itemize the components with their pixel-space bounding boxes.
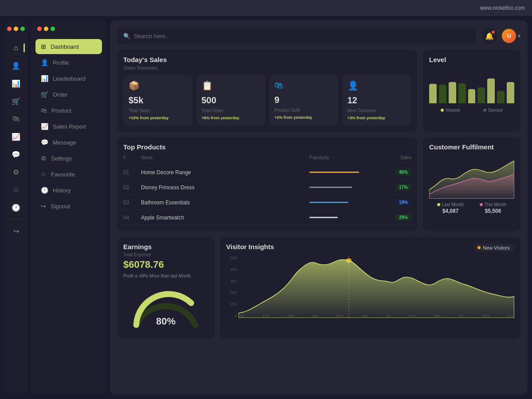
product-pop-1 (309, 172, 380, 173)
pop-bar-1 (309, 172, 359, 173)
nav-item-message[interactable]: 💬 Message (35, 135, 102, 150)
nav-item-history[interactable]: 🕐 History (35, 183, 102, 198)
profile-icon: 👤 (41, 59, 48, 66)
table-row: 03 Bathroom Essentials 19% (123, 195, 411, 210)
product-sales-1: 46% (380, 169, 411, 176)
dashboard-row-2: Top Products # Name Popularity Sales 01 … (117, 137, 520, 231)
visitor-header: Visitor Insights New Visitors (226, 243, 514, 252)
sidebar-icon-bag[interactable]: 🛍 (8, 111, 24, 127)
notification-button[interactable]: 🔔 (481, 28, 497, 44)
product-sales-3: 19% (380, 199, 411, 206)
favourite-icon: ☆ (41, 171, 47, 178)
header: 🔍 🔔 U ▾ (117, 27, 520, 44)
content-area: 🔍 🔔 U ▾ Today's Sales Sales Summary (110, 20, 528, 395)
chevron-down-icon[interactable]: ▾ (518, 33, 520, 39)
table-row: 01 Home Decore Range 46% (123, 165, 411, 180)
sidebar-icon-cart[interactable]: 🛒 (8, 93, 24, 109)
sidebar-icon-history[interactable]: 🕐 (8, 200, 24, 215)
traffic-lights-icon (7, 27, 25, 31)
dashboard-icon: ⊞ (41, 43, 46, 50)
x-label-dec: Dec (507, 313, 514, 318)
pop-bar-2 (309, 187, 352, 188)
top-bar: www.nickelfox.com (0, 0, 532, 16)
level-title: Level (429, 56, 514, 63)
x-label-jan: Jan (239, 313, 245, 318)
earnings-expense-label: Total Expense (123, 252, 208, 257)
x-label-oct: Oct (458, 313, 465, 318)
nav-tl-yellow (44, 27, 48, 31)
products-table: # Name Popularity Sales 01 Home Decore R… (123, 153, 411, 225)
sidebar-icon-settings[interactable]: ⚙ (8, 164, 24, 180)
nav-item-order[interactable]: 🛒 Order (35, 87, 102, 102)
sidebar-icon-trending[interactable]: 📈 (8, 129, 24, 145)
nav-item-leaderboard[interactable]: 📊 Leaderboard (35, 71, 102, 86)
x-label-mar: Mar (287, 313, 294, 318)
settings-icon: ⚙ (41, 155, 47, 162)
level-bar-3 (458, 83, 466, 103)
traffic-light-yellow (14, 27, 18, 31)
col-header-popularity: Popularity (309, 155, 380, 160)
sidebar-icon-home[interactable]: ⌂ (8, 40, 24, 56)
level-card: Level Volume Service (423, 50, 520, 132)
this-month-dot (480, 203, 483, 206)
search-input[interactable] (134, 33, 470, 39)
level-bar-2 (449, 82, 456, 103)
this-month-label: This Month (485, 202, 506, 207)
nav-sidebar: ⊞ Dashboard 👤 Profile 📊 Leaderboard 🛒 Or… (31, 20, 106, 395)
fulfillment-title: Customer Fulfilment (429, 143, 514, 151)
this-month-amount: $5,506 (485, 208, 501, 214)
earnings-title: Earnings (123, 243, 208, 250)
level-bar-7 (497, 91, 505, 103)
nav-item-dashboard[interactable]: ⊞ Dashboard (35, 39, 102, 54)
nav-item-sales-report[interactable]: 📈 Sales Report (35, 119, 102, 134)
nav-item-product[interactable]: 🛍 Product (35, 103, 102, 118)
product-sold-icon: 🛍 (274, 80, 333, 90)
sidebar-icon-signout[interactable]: ↪ (8, 223, 24, 239)
search-bar: 🔍 (117, 27, 476, 44)
traffic-light-red (7, 27, 12, 31)
total-sales-change: +10% from yesterday (129, 116, 188, 120)
product-sold-change: +2% from yesterday (274, 115, 333, 120)
x-label-may: May (336, 313, 344, 318)
gauge-text: 80% (156, 316, 176, 327)
product-name-1: Home Decore Range (141, 169, 309, 176)
level-bar-4 (468, 89, 476, 103)
sidebar-icon-profile[interactable]: 👤 (8, 58, 24, 74)
nav-item-settings[interactable]: ⚙ Settings (35, 151, 102, 166)
sales-report-icon: 📈 (41, 123, 48, 130)
x-label-jul: Jul (386, 313, 391, 318)
x-label-aug: Aug (408, 313, 415, 318)
last-month-legend: Last Month $4,087 (437, 202, 464, 214)
col-header-name: Name (141, 155, 309, 160)
avatar[interactable]: U (502, 29, 516, 43)
level-bar-1 (439, 85, 446, 103)
signout-icon: ↪ (41, 203, 46, 210)
total-sales-value: $5k (129, 95, 188, 106)
product-name-3: Bathroom Essentials (141, 200, 309, 206)
total-sales-label: Total Sales (129, 108, 188, 113)
sales-title: Today's Sales (123, 56, 411, 63)
visitor-title: Visitor Insights (226, 243, 274, 250)
new-visitors-dot (477, 246, 481, 249)
bottom-row: Earnings Total Expense $6078.76 Profit i… (117, 237, 520, 339)
nav-item-profile[interactable]: 👤 Profile (35, 55, 102, 70)
product-pop-4 (309, 217, 380, 218)
earnings-description: Profit is 48% More than last Month (123, 273, 208, 279)
fulfillment-chart (429, 154, 514, 199)
sales-subtitle: Sales Summary (123, 65, 411, 70)
sidebar-icon-star[interactable]: ☆ (8, 182, 24, 198)
col-header-sales: Sales (380, 155, 411, 160)
product-num-1: 01 (123, 169, 141, 176)
service-label: Service (488, 108, 503, 113)
nav-traffic-lights (35, 27, 102, 31)
icon-sidebar: ⌂ 👤 📊 🛒 🛍 📈 💬 ⚙ ☆ 🕐 ↪ (4, 20, 27, 395)
level-bar-8 (507, 82, 514, 103)
sidebar-icon-message[interactable]: 💬 (8, 146, 24, 162)
last-month-label: Last Month (442, 202, 464, 207)
nav-item-signout[interactable]: ↪ Signout (35, 199, 102, 214)
sidebar-icon-chart[interactable]: 📊 (8, 75, 24, 91)
nav-item-favourite[interactable]: ☆ Favourite (35, 167, 102, 182)
product-sold-label: Product Sold (274, 108, 333, 113)
message-icon: 💬 (41, 139, 48, 146)
table-row: 02 Disney Princess Dress 17% (123, 180, 411, 195)
